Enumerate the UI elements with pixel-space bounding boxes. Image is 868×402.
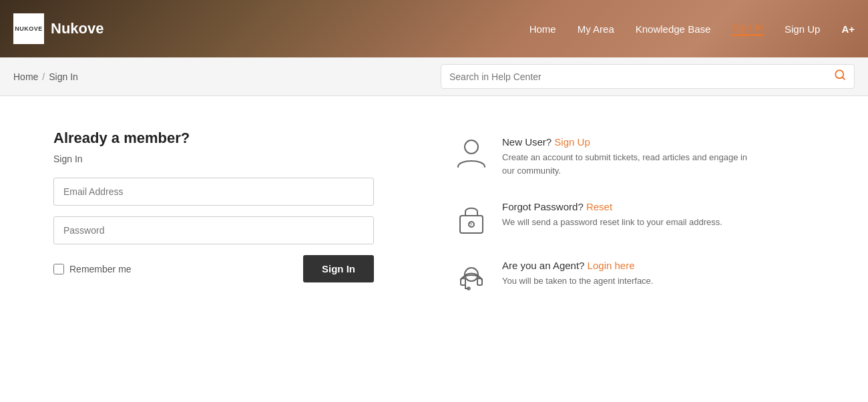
logo-small-text: NUKOVE xyxy=(15,25,43,32)
form-bottom: Remember me Sign In xyxy=(53,255,374,282)
signin-form-label: Sign In xyxy=(53,154,387,164)
user-icon xyxy=(455,136,487,171)
nav-sign-in[interactable]: Sign In xyxy=(732,21,763,36)
logo-box: NUKOVE xyxy=(13,13,44,44)
svg-line-1 xyxy=(842,77,844,79)
logo-text: Nukove xyxy=(51,20,103,37)
remember-me-text: Remember me xyxy=(69,264,132,274)
forgot-password-icon: ? xyxy=(454,201,489,236)
nav-home[interactable]: Home xyxy=(529,23,556,35)
breadcrumb: Home / Sign In xyxy=(13,71,78,82)
nav-sign-up[interactable]: Sign Up xyxy=(785,23,820,35)
forgot-password-prefix: Forgot Password? xyxy=(502,201,586,212)
nav-knowledge-base[interactable]: Knowledge Base xyxy=(636,23,711,35)
new-user-text: New User? Sign Up Create an account to s… xyxy=(502,136,756,177)
search-container xyxy=(441,64,855,89)
forgot-password-description: We will send a password reset link to yo… xyxy=(502,216,722,229)
agent-login-link[interactable]: Login here xyxy=(588,260,635,271)
lock-icon: ? xyxy=(456,201,487,236)
password-field[interactable] xyxy=(53,216,374,244)
agent-login-description: You will be taken to the agent interface… xyxy=(502,274,653,288)
forgot-password-text: Forgot Password? Reset We will send a pa… xyxy=(502,201,722,229)
headset-icon xyxy=(454,260,489,294)
forgot-password-heading: Forgot Password? Reset xyxy=(502,201,722,212)
logo-link[interactable]: NUKOVE Nukove xyxy=(13,13,103,44)
svg-point-2 xyxy=(465,140,478,154)
agent-login-item: Are you an Agent? Login here You will be… xyxy=(454,260,815,294)
search-input[interactable] xyxy=(449,71,834,82)
header: NUKOVE Nukove Home My Area Knowledge Bas… xyxy=(0,0,868,57)
signin-panel: Already a member? Sign In Remember me Si… xyxy=(53,130,387,319)
svg-rect-8 xyxy=(477,278,482,285)
agent-login-text: Are you an Agent? Login here You will be… xyxy=(502,260,653,288)
remember-me-label[interactable]: Remember me xyxy=(53,264,132,274)
signin-button[interactable]: Sign In xyxy=(303,255,374,282)
signup-link[interactable]: Sign Up xyxy=(554,136,590,148)
new-user-item: New User? Sign Up Create an account to s… xyxy=(454,136,815,177)
header-content: NUKOVE Nukove Home My Area Knowledge Bas… xyxy=(0,13,868,44)
agent-login-heading: Are you an Agent? Login here xyxy=(502,260,653,271)
main-content: Already a member? Sign In Remember me Si… xyxy=(0,96,868,352)
breadcrumb-current: Sign In xyxy=(49,71,78,82)
email-field[interactable] xyxy=(53,178,374,206)
new-user-icon xyxy=(454,136,489,171)
reset-link[interactable]: Reset xyxy=(586,201,612,212)
svg-text:?: ? xyxy=(469,222,472,228)
breadcrumb-home[interactable]: Home xyxy=(13,71,38,82)
breadcrumb-separator: / xyxy=(42,71,45,82)
search-icon xyxy=(834,69,846,81)
main-nav: Home My Area Knowledge Base Sign In Sign… xyxy=(529,21,855,36)
new-user-heading: New User? Sign Up xyxy=(502,136,756,148)
agent-login-prefix: Are you an Agent? xyxy=(502,260,588,271)
nav-my-area[interactable]: My Area xyxy=(578,23,614,35)
search-bar-section: Home / Sign In xyxy=(0,57,868,96)
new-user-description: Create an account to submit tickets, rea… xyxy=(502,151,756,177)
font-size-toggle[interactable]: A+ xyxy=(841,23,855,35)
new-user-prefix: New User? xyxy=(502,136,554,148)
forgot-password-item: ? Forgot Password? Reset We will send a … xyxy=(454,201,815,236)
remember-me-checkbox[interactable] xyxy=(53,264,64,274)
already-member-title: Already a member? xyxy=(53,130,387,147)
svg-rect-7 xyxy=(461,278,465,285)
search-button[interactable] xyxy=(834,69,846,84)
agent-login-icon xyxy=(454,260,489,294)
right-panel: New User? Sign Up Create an account to s… xyxy=(454,130,815,319)
